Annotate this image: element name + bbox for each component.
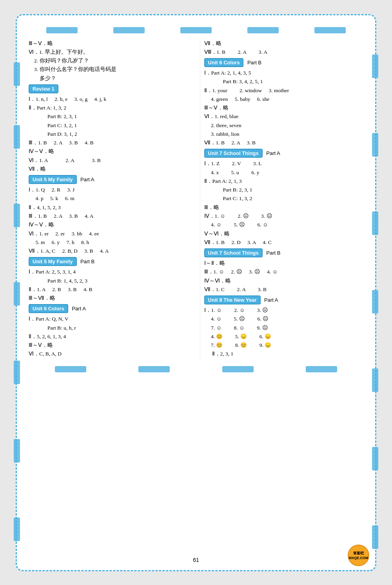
top-tape-1 [46,27,78,33]
top-tape-2 [113,27,145,33]
side-tape-right-3 [372,211,378,235]
page-number: 61 [17,557,375,563]
review1-line-9: Ⅶ．略 [29,165,188,173]
unit8a-line-3: 7. ☺ 8. ☺ 9. ☹ [204,324,364,332]
unit6a-badge: Unit 6 Colors [29,304,68,313]
bottom-tape-3 [222,366,254,372]
unit5b-section: Unit 5 My Family Part B Ⅰ．Part A: 2, 5, … [29,257,188,303]
side-tape-right-2 [372,133,378,157]
side-tape-left-2 [14,125,20,149]
review1-line-6: Ⅲ．1. B 2. A 3. B 4. B [29,139,188,147]
watermark-line2: MXQE.COM [348,556,368,560]
review1-line-3: Part B: 2, 3, 1 [36,112,188,121]
bottom-tape-1 [55,366,86,372]
side-tape-left-6 [14,439,20,463]
unit6b-line-4: 4. green 5. baby 6. she [204,95,364,104]
unit8a-line-2: 4. ☺ 5. ☹ 6. ☹ [204,315,364,323]
content-wrapper: Ⅲ～Ⅴ．略 Ⅵ．1. 早上好。下午好。 2. 你好吗？你几岁了？ 3. 你叫什么… [29,39,363,360]
right-column: Ⅶ．略 Ⅷ．1. B 2. A 3. A Unit 6 Colors Part … [200,39,364,360]
side-tape-left-4 [14,282,20,306]
unit5a-line-4: Ⅲ．1. B 2. A 3. B 4. A [29,212,188,221]
top-tape-5 [314,27,346,33]
unit6b-line-9: Ⅶ．1. B 2. A 3. B [204,139,364,147]
bottom-tape-4 [306,366,337,372]
top-tapes [29,27,363,33]
left-column: Ⅲ～Ⅴ．略 Ⅵ．1. 早上好。下午好。 2. 你好吗？你几岁了？ 3. 你叫什么… [29,39,192,360]
unit6a-line-5: Ⅵ．C, B, A, D [29,350,188,358]
unit7b-line-2: Ⅲ．1. ☺ 2. ☹ 3. ☹ 4. ☺ [204,268,364,276]
top-tape-3 [180,27,212,33]
bottom-tapes [29,366,363,372]
bottom-tape-2 [138,366,170,372]
unit7b-part: Part B [266,250,280,256]
unit7b-line-4: Ⅶ．1. C 2. A 3. B [204,285,364,294]
pre-right-section: Ⅶ．略 Ⅷ．1. B 2. A 3. A [204,39,364,57]
unit6a-line-1: Ⅰ．Part A: Q, N, V [29,315,188,323]
unit8a-line-5: 7. 😊 8. 😊 9. 😞 [204,341,364,350]
top-tape-4 [247,27,279,33]
unit5b-badge: Unit 5 My Family [29,257,77,266]
unit7b-badge: Unit 7 School Things [204,248,263,257]
side-tape-left-3 [14,204,20,227]
side-tape-right-7 [372,525,378,549]
unit6b-part: Part B [247,60,261,66]
unit7b-line-3: Ⅳ～Ⅵ．略 [204,277,364,285]
unit8a-part: Part A [264,297,278,303]
unit7a-line-10: Ⅶ．1. B 2. D 3. A 4. C [204,238,364,247]
unit6a-line-4: Ⅲ～Ⅴ．略 [29,341,188,350]
unit6b-line-1: Ⅰ．Part A: 2, 1, 4, 3, 5 [204,69,364,77]
pre-review-line-1: Ⅲ～Ⅴ．略 [29,39,188,48]
side-tape-left-1 [14,62,20,86]
unit5a-line-6: Ⅵ．1. er 2. er 3. bb 4. ee [29,230,188,238]
unit7a-line-7: Ⅳ．1. ☺ 2. ☹ 3. ☹ [204,212,364,221]
side-tape-right-6 [372,447,378,470]
unit6b-section: Unit 6 Colors Part B Ⅰ．Part A: 2, 1, 4, … [204,58,364,147]
unit5a-line-2: 4. p 5. k 6. m [29,194,188,203]
unit5a-part: Part A [80,177,94,182]
unit7a-section: Unit 7 School Things Part A Ⅰ．1. Z 2. V … [204,149,364,247]
unit7b-section: Unit 7 School Things Part B Ⅰ～Ⅱ．略 Ⅲ．1. ☺… [204,248,364,294]
unit7a-part: Part A [266,150,280,156]
unit5b-line-3: Ⅱ．1. A 2. B 3. B 4. B [29,285,188,294]
unit7a-line-1: Ⅰ．1. Z 2. V 3. L [204,159,364,168]
unit6b-line-7: 2. three, seven [204,121,364,130]
pre-right-line-2: Ⅷ．1. B 2. A 3. A [204,48,364,56]
unit6a-section: Unit 6 Colors Part A Ⅰ．Part A: Q, N, V P… [29,304,188,358]
unit5b-part: Part B [80,259,94,264]
unit7a-line-2: 4. x 5. u 6. y [204,168,364,177]
side-tape-right-5 [372,368,378,392]
side-tape-right-1 [372,55,378,78]
review1-line-8: Ⅵ．1. A 2. A 3. B [29,156,188,165]
unit7a-line-3: Ⅱ．Part A: 2, 1, 3 [204,177,364,186]
review1-section: Review 1 Ⅰ．1. n, l 2. h, e 3. o, g 4. j,… [29,84,188,173]
unit6b-line-8: 3. rabbit, lion [204,130,364,139]
pre-review-line-3: 2. 你好吗？你几岁了？ [29,56,188,65]
unit5a-section: Unit 5 My Family Part A Ⅰ．1. Q 2. R 3. J… [29,175,188,255]
watermark-logo: 答案吧 MXQE.COM [348,545,369,566]
unit8a-line-6: Ⅱ．2, 3, 1 [212,350,364,358]
pre-review-line-5: 多少？ [29,74,188,83]
unit8a-line-1: Ⅰ．1. ☺ 2. ☺ 3. ☹ [204,306,364,315]
unit6b-badge: Unit 6 Colors [204,58,244,67]
pre-review-line-4: 3. 你叫什么名字？你的电话号码是 [29,65,188,74]
review1-badge: Review 1 [29,84,58,93]
unit5b-line-1: Ⅰ．Part A: 2, 5, 3, 1, 4 [29,268,188,276]
pre-review-section: Ⅲ～Ⅴ．略 Ⅵ．1. 早上好。下午好。 2. 你好吗？你几岁了？ 3. 你叫什么… [29,39,188,83]
unit6b-line-6: Ⅵ．1. red, blue [204,112,364,121]
unit6a-line-3: Ⅱ．5, 2, 6, 1, 3, 4 [29,332,188,341]
side-tape-left-5 [14,361,20,384]
pre-right-line-1: Ⅶ．略 [204,39,364,48]
unit5b-line-2: Part B: 1, 4, 5, 2, 3 [36,277,188,285]
review1-line-4: Part C: 3, 2, 1 [36,121,188,130]
unit5a-line-3: Ⅱ．4, 1, 5, 2, 3 [29,203,188,212]
unit6a-line-2: Part B: u, h, r [36,324,188,332]
review1-line-1: Ⅰ．1. n, l 2. h, e 3. o, g 4. j, k [29,95,188,104]
pre-review-line-2: Ⅵ．1. 早上好。下午好。 [29,48,188,56]
unit5a-badge: Unit 5 My Family [29,175,77,184]
unit7a-line-9: Ⅴ～Ⅵ．略 [204,230,364,238]
review1-line-2: Ⅱ．Part A: 1, 3, 2 [29,104,188,112]
unit5b-line-4: Ⅲ～Ⅶ．略 [29,294,188,303]
unit6b-line-5: Ⅲ～Ⅴ．略 [204,104,364,112]
unit7b-line-1: Ⅰ～Ⅱ．略 [204,259,364,268]
unit7a-badge: Unit 7 School Things [204,149,263,158]
